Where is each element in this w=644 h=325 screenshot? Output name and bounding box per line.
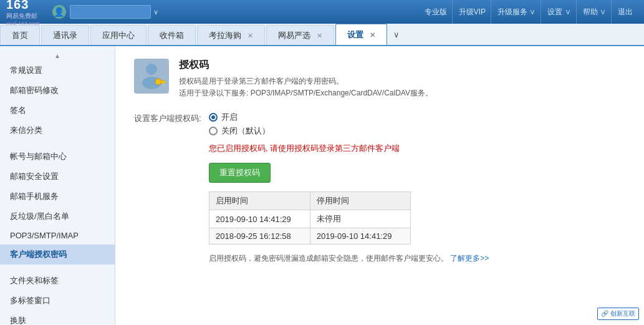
logo-163: 163 (6, 0, 40, 12)
radio-off[interactable]: 关闭（默认） (209, 125, 270, 137)
sidebar-item-multitab[interactable]: 多标签窗口 (0, 291, 115, 311)
tab-settings-close[interactable]: ✕ (370, 25, 375, 45)
sidebar-item-mobile[interactable]: 邮箱手机服务 (0, 187, 115, 206)
table-cell-end-1: 未停用 (310, 210, 411, 228)
tab-settings[interactable]: 设置 ✕ (335, 24, 387, 45)
setting-row: 设置客户端授权码: 开启 关闭（默认） (134, 112, 625, 137)
watermark-text: 创新互联 (610, 310, 635, 317)
svg-rect-5 (161, 82, 163, 84)
header-nav-help[interactable]: 帮助 ∨ (578, 0, 612, 24)
header-nav-settings[interactable]: 设置 ∨ (542, 0, 576, 24)
sidebar-divider-2 (0, 264, 115, 271)
sidebar-divider-1 (0, 140, 115, 147)
sidebar-scroll-up[interactable]: ▲ (0, 51, 115, 61)
header-nav-vip[interactable]: 升级VIP (454, 0, 491, 24)
tab-home[interactable]: 首页 (0, 25, 40, 45)
sidebar-item-account[interactable]: 帐号与邮箱中心 (0, 147, 115, 167)
table-row: 2018-09-25 16:12:58 2019-09-10 14:41:29 (209, 228, 411, 245)
sidebar-item-general[interactable]: 常规设置 (0, 61, 115, 80)
tab-yanxuan[interactable]: 网易严选 ✕ (266, 25, 334, 45)
radio-on[interactable]: 开启 (209, 112, 270, 123)
watermark-icon: 🔗 (601, 310, 608, 317)
header-nav-upgrade[interactable]: 升级服务 ∨ (493, 0, 541, 24)
sidebar-item-signature[interactable]: 签名 (0, 100, 115, 120)
radio-off-label: 关闭（默认） (221, 125, 270, 137)
sidebar-item-filter[interactable]: 来信分类 (0, 120, 115, 140)
tab-yanxuan-close[interactable]: ✕ (317, 26, 322, 46)
tab-kaola-close[interactable]: ✕ (248, 26, 253, 46)
radio-on-dot (211, 115, 215, 119)
table-header-start: 启用时间 (209, 192, 310, 210)
setting-label: 设置客户端授权码: (134, 112, 209, 124)
tab-inbox[interactable]: 收件箱 (148, 25, 196, 45)
auth-header: 授权码 授权码是用于登录第三方邮件客户端的专用密码。 适用于登录以下服务: PO… (134, 59, 625, 99)
auth-desc-line1: 授权码是用于登录第三方邮件客户端的专用密码。 (179, 75, 433, 87)
footer-note: 启用授权码，避免密码泄漏造成邮箱安全隐患，使用邮件客户端更安心。 了解更多>> (209, 253, 625, 264)
main-layout: ▲ 常规设置 邮箱密码修改 签名 来信分类 帐号与邮箱中心 邮箱安全设置 邮箱手… (0, 46, 644, 325)
radio-off-circle (209, 127, 218, 135)
logo-group: 163 网易免费邮 mail.163.com (6, 0, 40, 27)
table-cell-end-2: 2019-09-10 14:41:29 (310, 228, 411, 245)
sidebar-item-pop3[interactable]: POP3/SMTP/IMAP (0, 226, 115, 245)
sidebar-item-password[interactable]: 邮箱密码修改 (0, 80, 115, 100)
tab-more-btn[interactable]: ∨ (388, 25, 405, 45)
header-nav-pro[interactable]: 专业版 (420, 0, 453, 24)
sidebar-item-antispam[interactable]: 反垃圾/黑白名单 (0, 206, 115, 226)
auth-table: 启用时间 停用时间 2019-09-10 14:41:29 未停用 2018-0… (209, 192, 411, 245)
table-cell-start-2: 2018-09-25 16:12:58 (209, 228, 310, 245)
reset-authcode-button[interactable]: 重置授权码 (209, 163, 271, 183)
sidebar-item-folders[interactable]: 文件夹和标签 (0, 271, 115, 291)
watermark: 🔗 创新互联 (597, 308, 639, 320)
header-user-area: 👤 ∨ (52, 5, 420, 19)
username-display[interactable] (70, 5, 151, 19)
table-header-end: 停用时间 (310, 192, 411, 210)
logo-area: 163 网易免费邮 mail.163.com (6, 0, 40, 27)
radio-on-label: 开启 (221, 112, 238, 123)
svg-rect-4 (163, 82, 165, 84)
header-nav-logout[interactable]: 退出 (613, 0, 638, 24)
content-area: 授权码 授权码是用于登录第三方邮件客户端的专用密码。 适用于登录以下服务: PO… (115, 46, 644, 325)
radio-on-circle (209, 113, 218, 122)
tab-apps[interactable]: 应用中心 (90, 25, 147, 45)
tab-bar: 首页 通讯录 应用中心 收件箱 考拉海购 ✕ 网易严选 ✕ 设置 ✕ ∨ (0, 24, 644, 46)
auth-description: 授权码 授权码是用于登录第三方邮件客户端的专用密码。 适用于登录以下服务: PO… (179, 59, 433, 99)
sidebar-item-authcode[interactable]: 客户端授权密码 (0, 245, 115, 264)
auth-title: 授权码 (179, 59, 433, 72)
header-nav: 专业版 升级VIP 升级服务 ∨ 设置 ∨ 帮助 ∨ 退出 (420, 0, 638, 24)
tab-contacts[interactable]: 通讯录 (41, 25, 89, 45)
logo-brand: 网易免费邮 (6, 12, 40, 21)
sidebar-item-skin[interactable]: 换肤 (0, 311, 115, 325)
setting-options: 开启 关闭（默认） (209, 112, 270, 137)
table-row: 2019-09-10 14:41:29 未停用 (209, 210, 411, 228)
auth-desc-line2: 适用于登录以下服务: POP3/IMAP/SMTP/Exchange/CardD… (179, 87, 433, 99)
sidebar: ▲ 常规设置 邮箱密码修改 签名 来信分类 帐号与邮箱中心 邮箱安全设置 邮箱手… (0, 46, 115, 325)
avatar: 👤 (52, 5, 66, 19)
svg-point-0 (146, 64, 157, 75)
footer-note-text: 启用授权码，避免密码泄漏造成邮箱安全隐患，使用邮件客户端更安心。 (209, 254, 448, 263)
footer-learn-more-link[interactable]: 了解更多>> (450, 254, 489, 263)
tab-kaola[interactable]: 考拉海购 ✕ (197, 25, 265, 45)
table-cell-start-1: 2019-09-10 14:41:29 (209, 210, 310, 228)
header: 163 网易免费邮 mail.163.com 👤 ∨ 专业版 升级VIP 升级服… (0, 0, 644, 24)
auth-avatar-icon (134, 59, 169, 94)
sidebar-item-security[interactable]: 邮箱安全设置 (0, 167, 115, 187)
warning-text: 您已启用授权码, 请使用授权码登录第三方邮件客户端 (209, 143, 625, 154)
watermark-box: 🔗 创新互联 (597, 308, 639, 320)
user-dropdown-btn[interactable]: ∨ (153, 8, 158, 16)
